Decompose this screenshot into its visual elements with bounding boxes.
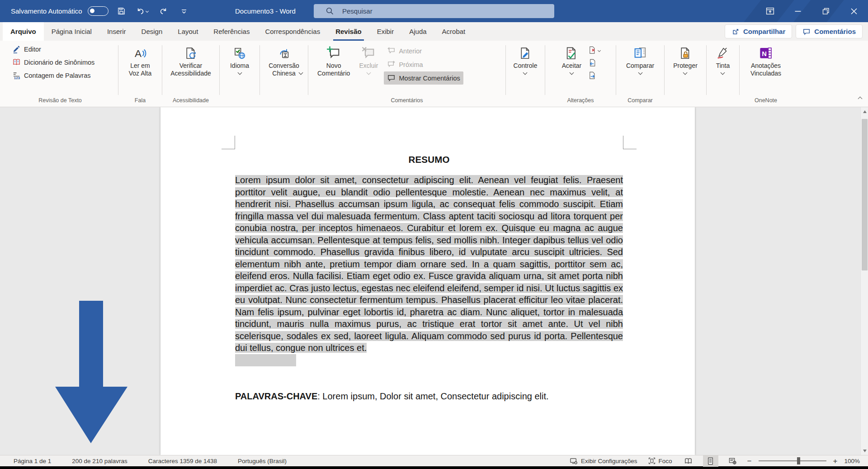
tab-revisao[interactable]: Revisão xyxy=(328,22,369,41)
zoom-slider[interactable] xyxy=(759,460,826,461)
thesaurus-button[interactable]: Dicionário de Sinônimos xyxy=(9,56,98,69)
chinese-conversion-button[interactable]: Conversão Chinesa xyxy=(263,43,306,75)
vertical-scrollbar[interactable] xyxy=(860,107,868,455)
new-comment-label-1: Novo xyxy=(326,62,341,70)
save-icon xyxy=(117,7,126,15)
display-settings-button[interactable]: Exibir Configurações xyxy=(568,455,639,467)
tab-pagina-inicial[interactable]: Página Inicial xyxy=(44,22,99,41)
status-bar: Página 1 de 1 200 de 210 palavras Caract… xyxy=(0,455,868,466)
linked-notes-label-1: Anotações xyxy=(751,62,781,70)
zoom-out-button[interactable]: − xyxy=(747,455,752,467)
reject-change-icon xyxy=(588,46,597,55)
track-changes-button[interactable]: Controle xyxy=(510,43,541,75)
selected-empty-line xyxy=(235,354,296,366)
autosave-toggle[interactable] xyxy=(88,6,108,16)
next-change-button[interactable] xyxy=(586,70,602,81)
group-label-conversao xyxy=(261,96,307,107)
compare-button[interactable]: Comparar xyxy=(623,43,657,75)
group-comparar: Comparar Comparar xyxy=(618,42,663,107)
protect-button[interactable]: Proteger xyxy=(670,43,701,75)
group-label-revisao-de-texto: Revisão de Texto xyxy=(4,96,117,107)
share-label: Compartilhar xyxy=(743,28,785,35)
customize-quick-access-button[interactable] xyxy=(176,4,192,19)
tab-exibir[interactable]: Exibir xyxy=(369,22,402,41)
comments-label: Comentários xyxy=(814,28,856,35)
group-label-acessibilidade: Acessibilidade xyxy=(164,96,218,107)
tab-design[interactable]: Design xyxy=(134,22,170,41)
delete-comment-label: Excluir xyxy=(359,62,378,70)
zoom-in-button[interactable]: + xyxy=(833,455,838,467)
check-accessibility-button[interactable]: Verificar Acessibilidade xyxy=(167,43,214,78)
read-mode-icon xyxy=(684,457,693,465)
tab-ajuda[interactable]: Ajuda xyxy=(401,22,434,41)
collapse-ribbon-button[interactable] xyxy=(857,92,863,104)
scrollbar-thumb[interactable] xyxy=(862,119,868,270)
restore-button[interactable] xyxy=(812,0,840,22)
editor-icon xyxy=(12,45,21,53)
scroll-down-button[interactable] xyxy=(861,446,868,455)
document-canvas: RESUMO Lorem ipsum dolor sit amet, conse… xyxy=(0,107,868,455)
scroll-up-button[interactable] xyxy=(861,107,868,116)
accept-label: Aceitar xyxy=(562,62,582,70)
language-status[interactable]: Português (Brasil) xyxy=(238,458,287,464)
reject-change-button[interactable] xyxy=(586,44,602,56)
document-page[interactable]: RESUMO Lorem ipsum dolor sit amet, conse… xyxy=(160,107,695,455)
protect-dropdown-chevron-icon xyxy=(683,71,688,75)
accept-icon xyxy=(564,46,579,61)
tab-correspondencias[interactable]: Correspondências xyxy=(257,22,328,41)
delete-comment-button[interactable]: Excluir xyxy=(356,43,381,75)
document-paragraph[interactable]: Lorem ipsum dolor sit amet, consectetur … xyxy=(235,174,623,354)
tab-acrobat[interactable]: Acrobat xyxy=(434,22,473,41)
show-comments-button[interactable]: Mostrar Comentários xyxy=(384,71,463,85)
ink-label: Tinta xyxy=(716,62,730,70)
ribbon-tab-row: Arquivo Página Inicial Inserir Design La… xyxy=(0,22,868,41)
language-button[interactable]: Idioma xyxy=(227,43,252,75)
linked-notes-button[interactable]: N Anotações Vinculadas xyxy=(747,43,784,78)
undo-button[interactable] xyxy=(135,4,150,19)
save-button[interactable] xyxy=(114,4,129,19)
editor-button[interactable]: Editor xyxy=(9,43,44,56)
previous-comment-button[interactable]: Anterior xyxy=(384,44,463,57)
thesaurus-label: Dicionário de Sinônimos xyxy=(24,59,94,66)
word-count-button[interactable]: 123 Contagem de Palavras xyxy=(9,69,94,82)
tab-inserir[interactable]: Inserir xyxy=(99,22,134,41)
bottom-edge xyxy=(0,466,868,469)
zoom-slider-thumb[interactable] xyxy=(797,457,800,464)
keywords-line[interactable]: PALAVRAS-CHAVE: Lorem ipsum, Dolor sit a… xyxy=(235,391,623,402)
comments-button[interactable]: Comentários xyxy=(796,24,863,38)
page-count-status[interactable]: Página 1 de 1 xyxy=(14,458,51,464)
group-conversao-chinesa: Conversão Chinesa xyxy=(261,42,307,107)
share-button[interactable]: Compartilhar xyxy=(725,24,792,38)
close-icon xyxy=(849,7,859,16)
ribbon-display-options-button[interactable] xyxy=(756,0,784,22)
next-comment-button[interactable]: Próxima xyxy=(384,58,463,71)
word-count-status[interactable]: 200 de 210 palavras xyxy=(72,458,127,464)
group-acessibilidade: Verificar Acessibilidade Acessibilidade xyxy=(164,42,218,107)
read-aloud-button[interactable]: A Ler em Voz Alta xyxy=(126,43,155,78)
zoom-level[interactable]: 100% xyxy=(844,458,860,464)
print-layout-view-button[interactable] xyxy=(703,455,718,467)
tab-referencias[interactable]: Referências xyxy=(206,22,257,41)
crop-mark-top-right xyxy=(623,136,637,149)
new-comment-label-2: Comentário xyxy=(317,70,350,77)
web-layout-view-button[interactable] xyxy=(725,455,741,467)
undo-dropdown-chevron-icon[interactable] xyxy=(146,9,149,13)
close-button[interactable] xyxy=(840,0,868,22)
read-mode-view-button[interactable] xyxy=(681,455,696,467)
word-count-label: Contagem de Palavras xyxy=(24,72,91,79)
tab-arquivo[interactable]: Arquivo xyxy=(3,22,44,41)
previous-change-button[interactable] xyxy=(586,57,602,69)
ink-button[interactable]: Tinta xyxy=(713,43,733,75)
ribbon-divider xyxy=(118,45,118,95)
minimize-button[interactable] xyxy=(784,0,812,22)
tab-layout[interactable]: Layout xyxy=(170,22,206,41)
character-count-status[interactable]: Caracteres 1359 de 1438 xyxy=(148,458,217,464)
ribbon-divider xyxy=(616,45,616,95)
previous-change-icon xyxy=(588,59,597,67)
redo-button[interactable] xyxy=(156,4,171,19)
search-box[interactable]: Pesquisar xyxy=(314,4,554,18)
focus-button[interactable]: Foco xyxy=(646,455,674,467)
new-comment-button[interactable]: Novo Comentário xyxy=(314,43,353,78)
protect-icon xyxy=(679,47,692,60)
accept-button[interactable]: Aceitar xyxy=(559,43,585,75)
